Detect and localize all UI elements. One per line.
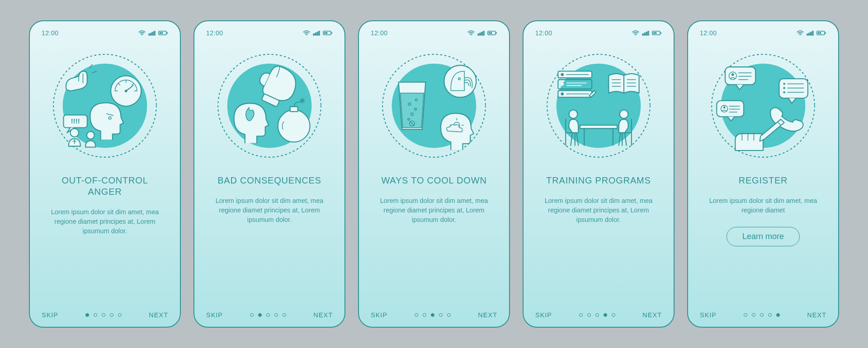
dot-1[interactable]: [579, 313, 583, 317]
dot-2[interactable]: [258, 313, 262, 317]
svg-rect-50: [483, 31, 484, 35]
status-icons: [632, 30, 662, 36]
svg-rect-53: [491, 32, 492, 34]
footer: SKIP NEXT: [535, 311, 662, 319]
svg-rect-52: [489, 32, 490, 34]
next-button[interactable]: NEXT: [478, 311, 497, 319]
svg-rect-48: [480, 33, 481, 35]
dot-2[interactable]: [752, 313, 755, 317]
dot-5[interactable]: [118, 313, 122, 317]
next-button[interactable]: NEXT: [807, 311, 826, 319]
dot-3[interactable]: [760, 313, 764, 317]
svg-point-101: [569, 110, 578, 118]
battery-icon: [323, 30, 333, 36]
svg-rect-117: [825, 33, 826, 34]
svg-rect-79: [660, 33, 661, 34]
svg-rect-32: [319, 31, 320, 35]
svg-point-0: [142, 35, 142, 36]
dot-2[interactable]: [94, 313, 97, 317]
dot-3[interactable]: [595, 313, 599, 317]
dot-1[interactable]: [250, 313, 254, 317]
svg-rect-72: [642, 34, 643, 35]
next-button[interactable]: NEXT: [313, 311, 333, 319]
dot-4[interactable]: [110, 313, 113, 317]
status-bar: 12:00: [42, 29, 168, 37]
svg-point-137: [783, 91, 785, 93]
svg-rect-4: [154, 31, 155, 35]
dot-4[interactable]: [274, 313, 278, 317]
illustration-anger: !!!!: [42, 45, 168, 167]
svg-point-133: [783, 83, 785, 85]
svg-point-122: [731, 73, 734, 76]
footer: SKIP NEXT: [42, 311, 168, 319]
svg-rect-78: [655, 32, 656, 34]
page-dots: [579, 313, 615, 317]
svg-point-24: [70, 128, 79, 137]
next-button[interactable]: NEXT: [149, 311, 168, 319]
dot-3[interactable]: [266, 313, 270, 317]
svg-point-86: [561, 83, 564, 86]
dot-1[interactable]: [744, 313, 747, 317]
svg-rect-115: [818, 32, 819, 34]
footer: SKIP NEXT: [371, 311, 497, 319]
status-bar: 12:00: [371, 29, 497, 37]
battery-icon: [487, 30, 497, 36]
dot-1[interactable]: [85, 313, 89, 317]
signal-icon: [148, 30, 156, 36]
skip-button[interactable]: SKIP: [206, 311, 223, 319]
screen-title: Bad consequences: [206, 175, 333, 186]
dot-4[interactable]: [604, 313, 607, 317]
dot-3[interactable]: [431, 313, 434, 317]
battery-icon: [158, 30, 168, 36]
skip-button[interactable]: SKIP: [535, 311, 552, 319]
svg-rect-77: [653, 32, 655, 34]
svg-point-135: [783, 87, 785, 89]
dot-2[interactable]: [423, 313, 426, 317]
svg-point-28: [306, 35, 307, 36]
svg-rect-34: [324, 32, 326, 34]
svg-point-27: [87, 132, 94, 139]
svg-rect-120: [725, 67, 755, 85]
dot-3[interactable]: [102, 313, 105, 317]
wifi-icon: [797, 30, 804, 36]
svg-rect-35: [326, 32, 327, 34]
status-time: 12:00: [700, 29, 717, 37]
screen-2: 12:00: [193, 20, 345, 328]
svg-rect-3: [152, 32, 153, 35]
svg-rect-8: [167, 33, 168, 34]
onboarding-screens-row: 12:00: [29, 20, 839, 328]
skip-button[interactable]: SKIP: [42, 311, 58, 319]
dot-5[interactable]: [283, 313, 286, 317]
svg-rect-6: [160, 32, 161, 34]
dot-1[interactable]: [415, 313, 418, 317]
dot-5[interactable]: [612, 313, 615, 317]
status-time: 12:00: [42, 29, 59, 37]
status-icons: [303, 30, 333, 36]
screen-title: Training programs: [535, 175, 662, 186]
skip-button[interactable]: SKIP: [700, 311, 717, 319]
battery-icon: [652, 30, 662, 36]
skip-button[interactable]: SKIP: [371, 311, 387, 319]
dot-2[interactable]: [587, 313, 591, 317]
screen-1: 12:00: [29, 20, 181, 328]
svg-rect-110: [807, 34, 808, 35]
svg-point-109: [800, 35, 801, 36]
illustration-register: [700, 45, 826, 167]
screen-title: Ways to cool down: [371, 175, 497, 186]
svg-rect-111: [809, 33, 810, 35]
signal-icon: [807, 30, 814, 36]
illustration-cooldown: [371, 45, 497, 167]
svg-rect-30: [315, 33, 316, 35]
next-button[interactable]: NEXT: [642, 311, 662, 319]
svg-rect-29: [313, 34, 314, 35]
dot-4[interactable]: [768, 313, 772, 317]
svg-rect-31: [317, 32, 318, 35]
svg-rect-1: [149, 34, 150, 35]
svg-point-40: [278, 110, 310, 142]
screen-3: 12:00: [358, 20, 510, 328]
learn-more-button[interactable]: Learn more: [726, 227, 800, 246]
dot-5[interactable]: [776, 313, 780, 317]
dot-4[interactable]: [439, 313, 443, 317]
svg-rect-36: [331, 33, 332, 34]
dot-5[interactable]: [447, 313, 451, 317]
